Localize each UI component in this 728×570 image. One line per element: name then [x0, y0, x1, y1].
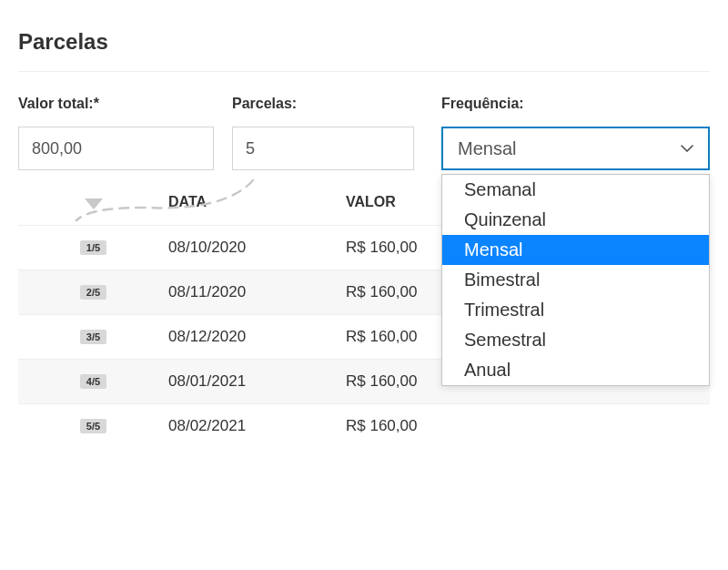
installment-badge: 2/5 [80, 285, 106, 300]
badge-cell: 3/5 [18, 330, 168, 344]
valor-label: Valor total:* [18, 96, 214, 112]
date-cell: 08/02/2021 [168, 417, 346, 435]
badge-cell: 1/5 [18, 240, 168, 255]
freq-option[interactable]: Semanal [442, 175, 709, 205]
installment-badge: 3/5 [80, 330, 106, 344]
parcelas-label: Parcelas: [232, 96, 414, 112]
installment-badge: 5/5 [80, 419, 106, 433]
valor-input[interactable] [18, 127, 214, 170]
date-cell: 08/12/2020 [168, 328, 346, 346]
arrow-down-icon [85, 194, 103, 212]
freq-selected-text: Mensal [458, 138, 516, 159]
badge-cell: 2/5 [18, 285, 168, 300]
table-row: 5/508/02/2021R$ 160,00 [18, 403, 710, 448]
header-data: DATA [168, 194, 346, 212]
page-title: Parcelas [18, 29, 710, 55]
date-cell: 08/01/2021 [168, 372, 346, 391]
valor-group: Valor total:* [18, 96, 214, 170]
divider [18, 71, 710, 72]
parcelas-input[interactable] [232, 127, 414, 170]
freq-group: Frequência: Mensal SemanalQuinzenalMensa… [441, 96, 710, 170]
value-cell: R$ 160,00 [346, 417, 710, 435]
freq-select-wrapper: Mensal SemanalQuinzenalMensalBimestralTr… [441, 127, 710, 170]
parcelas-group: Parcelas: [232, 96, 414, 170]
freq-option[interactable]: Bimestral [442, 265, 709, 295]
freq-label: Frequência: [441, 96, 710, 112]
freq-option[interactable]: Mensal [442, 235, 709, 265]
date-cell: 08/10/2020 [168, 239, 346, 257]
chevron-down-icon [681, 142, 693, 155]
date-cell: 08/11/2020 [168, 283, 346, 301]
freq-option[interactable]: Quinzenal [442, 205, 709, 235]
form-row: Valor total:* Parcelas: Frequência: Mens… [18, 96, 710, 170]
freq-select[interactable]: Mensal [441, 127, 710, 170]
freq-option[interactable]: Anual [442, 355, 709, 385]
freq-option[interactable]: Semestral [442, 325, 709, 355]
sort-arrow-column [18, 194, 168, 212]
freq-option[interactable]: Trimestral [442, 295, 709, 325]
badge-cell: 4/5 [18, 374, 168, 389]
installment-badge: 1/5 [80, 240, 106, 255]
badge-cell: 5/5 [18, 419, 168, 433]
freq-dropdown: SemanalQuinzenalMensalBimestralTrimestra… [441, 174, 710, 386]
installment-badge: 4/5 [80, 374, 106, 389]
